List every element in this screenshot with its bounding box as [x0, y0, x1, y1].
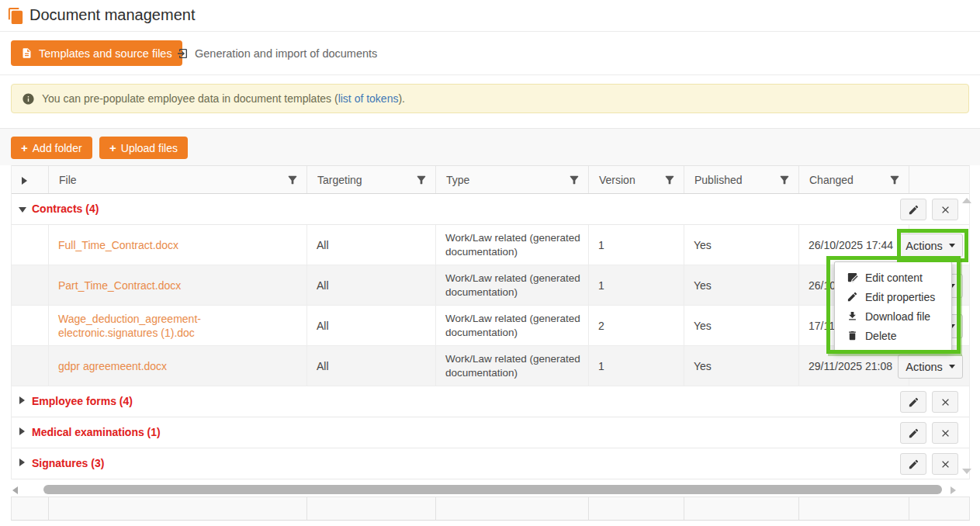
- column-version: Version: [589, 166, 684, 193]
- folder-row-medical-examinations[interactable]: Medical examinations (1): [12, 417, 969, 448]
- folder-name[interactable]: Contracts (4): [32, 202, 99, 215]
- expand-icon[interactable]: [19, 427, 25, 435]
- delete-folder-button[interactable]: [932, 422, 958, 444]
- tabs-bar: Templates and source files Generation an…: [0, 32, 980, 75]
- footer-cell: [799, 497, 909, 520]
- info-icon: [22, 92, 35, 106]
- actions-button[interactable]: Actions: [898, 234, 963, 258]
- type-cell: Work/Law related (generated documentatio…: [436, 346, 589, 386]
- footer-empty-row: [11, 497, 970, 521]
- scroll-left-icon[interactable]: [12, 486, 18, 494]
- folder-row-signatures[interactable]: Signatures (3): [12, 448, 969, 479]
- column-type: Type: [436, 166, 589, 193]
- type-cell: Work/Law related (generated documentatio…: [436, 225, 589, 265]
- documents-copy-icon: [7, 7, 25, 25]
- edit-folder-button[interactable]: [900, 199, 926, 220]
- scroll-up-icon[interactable]: [962, 198, 971, 203]
- download-icon: [847, 310, 858, 322]
- file-cell: Wage_deduction_agreement-electronic.sign…: [49, 306, 307, 345]
- file-row: Wage_deduction_agreement-electronic.sign…: [12, 306, 969, 346]
- close-icon: [940, 428, 951, 438]
- import-document-icon: [176, 47, 189, 60]
- expand-cell: [12, 306, 49, 345]
- version-cell: 1: [589, 265, 684, 305]
- edit-folder-button[interactable]: [900, 453, 926, 475]
- edit-folder-button[interactable]: [900, 391, 926, 413]
- changed-cell: 29/11/2025 21:08: [799, 346, 909, 386]
- close-icon: [940, 459, 951, 469]
- folder-row-contracts[interactable]: Contracts (4): [12, 194, 969, 225]
- expand-icon[interactable]: [19, 459, 25, 466]
- tab-generation-and-import[interactable]: Generation and import of documents: [176, 40, 377, 66]
- file-link[interactable]: Part_Time_Contract.docx: [58, 279, 181, 292]
- file-link[interactable]: Full_Time_Contract.docx: [58, 238, 178, 252]
- folder-name[interactable]: Signatures (3): [32, 457, 104, 469]
- folder-name[interactable]: Medical examinations (1): [32, 426, 161, 438]
- column-label: File: [59, 174, 77, 186]
- file-link[interactable]: gdpr agreemeent.docx: [58, 359, 167, 373]
- expand-all-icon[interactable]: [22, 177, 27, 185]
- folder-name[interactable]: Employee forms (4): [32, 395, 133, 407]
- menu-item-label: Download file: [865, 310, 930, 323]
- horizontal-scrollbar-thumb[interactable]: [43, 485, 942, 494]
- toolbar: + Add folder + Upload files: [0, 128, 980, 165]
- column-label: Version: [599, 174, 635, 186]
- file-cell: Part_Time_Contract.docx: [49, 265, 307, 305]
- filter-icon[interactable]: [778, 174, 791, 186]
- list-of-tokens-link[interactable]: list of tokens: [338, 92, 399, 105]
- footer-cell: [307, 497, 436, 520]
- footer-cell: [12, 497, 49, 520]
- upload-files-button[interactable]: + Upload files: [99, 137, 188, 159]
- upload-files-label: Upload files: [121, 142, 178, 154]
- actions-label: Actions: [906, 361, 943, 373]
- published-cell: Yes: [684, 346, 799, 386]
- published-cell: Yes: [684, 265, 799, 305]
- document-icon: [21, 47, 33, 59]
- changed-cell: 26/10/2025 17:44: [799, 225, 909, 265]
- tab-templates-and-source-files[interactable]: Templates and source files: [11, 40, 182, 66]
- delete-folder-button[interactable]: [932, 453, 958, 475]
- version-cell: 1: [589, 225, 684, 265]
- scroll-right-icon[interactable]: [951, 486, 956, 494]
- menu-item-delete[interactable]: Delete: [835, 326, 951, 345]
- grid-header: File Targeting Type Version Published Ch…: [12, 165, 969, 194]
- edit-folder-button[interactable]: [900, 422, 926, 444]
- actions-button[interactable]: Actions: [898, 355, 963, 379]
- delete-folder-button[interactable]: [932, 199, 958, 220]
- targeting-cell: All: [307, 225, 436, 265]
- filter-icon[interactable]: [286, 174, 299, 186]
- actions-label: Actions: [906, 240, 943, 252]
- folder-row-employee-forms[interactable]: Employee forms (4): [12, 386, 969, 417]
- add-folder-button[interactable]: + Add folder: [11, 137, 92, 159]
- banner-text-after: ).: [398, 92, 405, 105]
- file-cell: gdpr agreemeent.docx: [49, 346, 307, 386]
- filter-icon[interactable]: [663, 174, 676, 186]
- filter-icon[interactable]: [888, 174, 901, 186]
- scroll-down-icon[interactable]: [962, 469, 971, 474]
- targeting-cell: All: [307, 265, 436, 305]
- expand-icon[interactable]: [19, 396, 25, 404]
- published-cell: Yes: [684, 225, 799, 265]
- collapse-icon[interactable]: [19, 207, 26, 213]
- file-row: Full_Time_Contract.docx All Work/Law rel…: [12, 225, 969, 265]
- menu-item-label: Edit properties: [865, 291, 935, 303]
- pencil-icon: [908, 459, 919, 470]
- pencil-icon: [908, 427, 919, 439]
- edit-properties-icon: [847, 291, 858, 303]
- caret-down-icon: [949, 365, 955, 369]
- column-label: Published: [694, 174, 743, 186]
- add-folder-label: Add folder: [33, 142, 82, 154]
- filter-icon[interactable]: [415, 174, 428, 186]
- menu-item-edit-content[interactable]: Edit content: [835, 268, 951, 287]
- filter-icon[interactable]: [568, 174, 580, 186]
- horizontal-scrollbar[interactable]: [11, 484, 961, 495]
- menu-item-label: Delete: [865, 330, 896, 342]
- footer-cell: [589, 497, 684, 520]
- menu-item-edit-properties[interactable]: Edit properties: [835, 287, 951, 306]
- column-file: File: [49, 166, 307, 193]
- menu-item-download-file[interactable]: Download file: [835, 306, 951, 326]
- title-bar: Document management: [0, 0, 980, 32]
- file-link[interactable]: Wage_deduction_agreement-electronic.sign…: [58, 312, 299, 340]
- caret-down-icon: [949, 244, 955, 247]
- delete-folder-button[interactable]: [932, 391, 958, 413]
